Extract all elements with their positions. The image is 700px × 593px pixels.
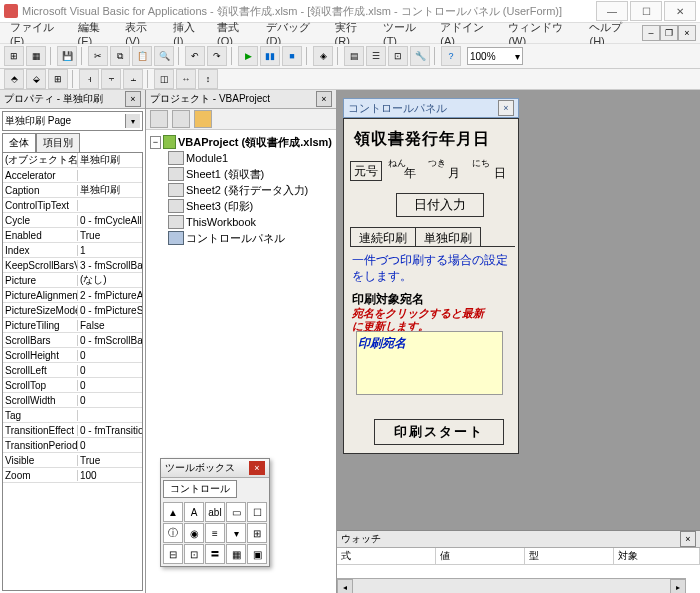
col-context[interactable]: 対象 <box>614 548 700 564</box>
tb-design[interactable]: ◈ <box>313 46 333 66</box>
properties-close[interactable]: × <box>125 91 141 107</box>
property-row[interactable]: Accelerator <box>3 168 142 183</box>
tb-reset[interactable]: ■ <box>282 46 302 66</box>
tb-view-excel[interactable]: ⊞ <box>4 46 24 66</box>
col-expr[interactable]: 式 <box>337 548 436 564</box>
tb-size[interactable]: ◫ <box>154 69 174 89</box>
property-row[interactable]: ScrollTop0 <box>3 378 142 393</box>
tree-sheet2[interactable]: Sheet2 (発行データ入力) <box>186 183 308 198</box>
tb-find[interactable]: 🔍 <box>154 46 174 66</box>
tb-run[interactable]: ▶ <box>238 46 258 66</box>
tb-space-v[interactable]: ↕ <box>198 69 218 89</box>
tb-copy[interactable]: ⧉ <box>110 46 130 66</box>
tb-project[interactable]: ▤ <box>344 46 364 66</box>
col-value[interactable]: 値 <box>436 548 525 564</box>
multipage[interactable]: 連続印刷 単独印刷 <box>350 227 515 247</box>
tree-module1[interactable]: Module1 <box>186 152 228 164</box>
property-row[interactable]: Zoom100 <box>3 468 142 483</box>
property-row[interactable]: (オブジェクト名)単独印刷 <box>3 153 142 168</box>
tb-align-left[interactable]: ⫞ <box>79 69 99 89</box>
tb-browser[interactable]: ⊡ <box>388 46 408 66</box>
zoom-combo[interactable]: 100%▾ <box>467 47 523 65</box>
tool-▣[interactable]: ▣ <box>247 544 267 564</box>
tool-▾[interactable]: ▾ <box>226 523 246 543</box>
property-row[interactable]: Tag <box>3 408 142 423</box>
era-textbox[interactable]: 元号 <box>350 161 382 181</box>
tool-abl[interactable]: abl <box>205 502 225 522</box>
tb-toolbox[interactable]: 🔧 <box>410 46 430 66</box>
col-type[interactable]: 型 <box>525 548 614 564</box>
object-selector[interactable]: 単独印刷 Page ▾ <box>2 111 143 131</box>
tab-single[interactable]: 単独印刷 <box>415 227 481 247</box>
property-row[interactable]: ScrollWidth0 <box>3 393 142 408</box>
prop-tab-cat[interactable]: 項目別 <box>36 133 80 152</box>
tb-send-back[interactable]: ⬙ <box>26 69 46 89</box>
property-grid[interactable]: (オブジェクト名)単独印刷AcceleratorCaption単独印刷Contr… <box>2 152 143 591</box>
tb-space-h[interactable]: ↔ <box>176 69 196 89</box>
tree-sheet3[interactable]: Sheet3 (印影) <box>186 199 253 214</box>
property-row[interactable]: TransitionPeriod0 <box>3 438 142 453</box>
tool-▭[interactable]: ▭ <box>226 502 246 522</box>
tb-paste[interactable]: 📋 <box>132 46 152 66</box>
tb-bring-front[interactable]: ⬘ <box>4 69 24 89</box>
scroll-left-icon[interactable]: ◂ <box>337 579 353 593</box>
collapse-icon[interactable]: − <box>150 136 161 149</box>
tb-undo[interactable]: ↶ <box>185 46 205 66</box>
tb-cut[interactable]: ✂ <box>88 46 108 66</box>
tool-▦[interactable]: ▦ <box>226 544 246 564</box>
tb-insert[interactable]: ▦ <box>26 46 46 66</box>
toolbox-window[interactable]: ツールボックス × コントロール ▲Aabl▭☐ⓘ◉≡▾⊞⊟⊡〓▦▣ <box>160 458 270 567</box>
tree-thisworkbook[interactable]: ThisWorkbook <box>186 216 256 228</box>
scroll-right-icon[interactable]: ▸ <box>670 579 686 593</box>
view-code-button[interactable] <box>150 110 168 128</box>
toolbox-header[interactable]: ツールボックス × <box>161 459 269 478</box>
folder-button[interactable] <box>194 110 212 128</box>
property-row[interactable]: ControlTipText <box>3 198 142 213</box>
property-row[interactable]: VisibleTrue <box>3 453 142 468</box>
print-start-button[interactable]: 印刷スタート <box>374 419 504 445</box>
property-row[interactable]: Caption単独印刷 <box>3 183 142 198</box>
userform-designer[interactable]: コントロールパネル × 領収書発行年月日 元号 ねん 年 つき 月 にち 日 日… <box>343 98 519 454</box>
tb-break[interactable]: ▮▮ <box>260 46 280 66</box>
heading-label[interactable]: 領収書発行年月日 <box>354 129 490 150</box>
tool-≡[interactable]: ≡ <box>205 523 225 543</box>
tree-userform[interactable]: コントロールパネル <box>186 231 285 246</box>
property-row[interactable]: PictureAlignment2 - fmPictureAlignmentCe… <box>3 288 142 303</box>
prop-tab-all[interactable]: 全体 <box>2 133 36 152</box>
tool-◉[interactable]: ◉ <box>184 523 204 543</box>
property-row[interactable]: TransitionEffect0 - fmTransitionEffectNo… <box>3 423 142 438</box>
tb-align-right[interactable]: ⫠ <box>123 69 143 89</box>
tool-⊟[interactable]: ⊟ <box>163 544 183 564</box>
project-close[interactable]: × <box>316 91 332 107</box>
mdi-close[interactable]: × <box>678 25 696 41</box>
tool-▲[interactable]: ▲ <box>163 502 183 522</box>
tb-align-center[interactable]: ⫟ <box>101 69 121 89</box>
tool-⊡[interactable]: ⊡ <box>184 544 204 564</box>
tb-redo[interactable]: ↷ <box>207 46 227 66</box>
tool-☐[interactable]: ☐ <box>247 502 267 522</box>
mdi-restore[interactable]: ❐ <box>660 25 678 41</box>
view-object-button[interactable] <box>172 110 190 128</box>
toolbox-close[interactable]: × <box>249 461 265 475</box>
property-row[interactable]: EnabledTrue <box>3 228 142 243</box>
tb-props[interactable]: ☰ <box>366 46 386 66</box>
tool-⊞[interactable]: ⊞ <box>247 523 267 543</box>
date-input-button[interactable]: 日付入力 <box>396 193 484 217</box>
tool-ⓘ[interactable]: ⓘ <box>163 523 183 543</box>
tb-help[interactable]: ? <box>441 46 461 66</box>
toolbox-tab[interactable]: コントロール <box>163 480 237 498</box>
close-button[interactable]: ✕ <box>664 1 696 21</box>
property-row[interactable]: ScrollLeft0 <box>3 363 142 378</box>
property-row[interactable]: ScrollBars0 - fmScrollBarsNone <box>3 333 142 348</box>
tool-〓[interactable]: 〓 <box>205 544 225 564</box>
form-canvas[interactable]: 領収書発行年月日 元号 ねん 年 つき 月 にち 日 日付入力 連続印刷 単独印… <box>343 118 519 454</box>
property-row[interactable]: ScrollHeight0 <box>3 348 142 363</box>
property-row[interactable]: Cycle0 - fmCycleAllForms <box>3 213 142 228</box>
tb-save[interactable]: 💾 <box>57 46 77 66</box>
watch-close[interactable]: × <box>680 531 696 547</box>
property-row[interactable]: PictureSizeMode0 - fmPictureSizeModeClip <box>3 303 142 318</box>
tb-group[interactable]: ⊞ <box>48 69 68 89</box>
property-row[interactable]: KeepScrollBarsVisible3 - fmScrollBarsBot… <box>3 258 142 273</box>
tab-continuous[interactable]: 連続印刷 <box>350 227 416 247</box>
property-row[interactable]: Index1 <box>3 243 142 258</box>
